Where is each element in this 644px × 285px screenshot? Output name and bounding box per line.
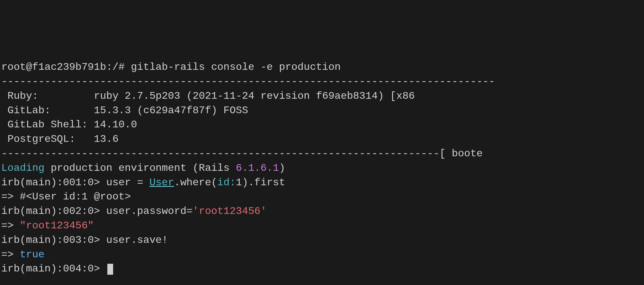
gitlab-label: GitLab: xyxy=(1,105,94,116)
gitlab-value: 15.3.3 (c629a47f87f) FOSS xyxy=(94,105,248,116)
cursor-icon xyxy=(107,264,113,275)
shell-path: :/# xyxy=(106,61,131,73)
shell-value: 14.10.0 xyxy=(94,119,137,131)
irb-prompt-3: irb(main):003:0> xyxy=(1,234,106,246)
irb1-part2: .where( xyxy=(174,177,217,188)
ruby-info-line: Ruby: ruby 2.7.5p203 (2021-11-24 revisio… xyxy=(1,89,644,104)
pg-label: PostgreSQL: xyxy=(1,133,94,145)
result-line-2: => "root123456" xyxy=(1,219,644,233)
irb1-part1: user = xyxy=(106,177,149,188)
irb-prompt-1: irb(main):001:0> xyxy=(1,177,106,188)
ruby-label: Ruby: xyxy=(1,90,94,102)
password-string: 'root123456' xyxy=(192,205,266,217)
irb1-part3: 1).first xyxy=(236,177,285,188)
user-class: User xyxy=(149,177,174,188)
id-key: id: xyxy=(217,177,236,188)
result2-arrow: => xyxy=(1,220,20,232)
result2-string: "root123456" xyxy=(20,220,94,232)
irb-line-1: irb(main):001:0> user = User.where(id:1)… xyxy=(1,176,644,190)
loading-line: Loading production environment (Rails 6.… xyxy=(1,161,644,176)
loading-text-1: production environment (Rails xyxy=(44,162,236,174)
shell-label: GitLab Shell: xyxy=(1,119,94,131)
gitlab-shell-info-line: GitLab Shell: 14.10.0 xyxy=(1,118,644,132)
rails-version: 6.1.6.1 xyxy=(236,162,279,174)
result-line-3: => true xyxy=(1,248,644,262)
terminal-output[interactable]: root@f1ac239b791b:/# gitlab-rails consol… xyxy=(1,60,644,276)
irb-line-3: irb(main):003:0> user.save! xyxy=(1,233,644,248)
shell-prompt-line: root@f1ac239b791b:/# gitlab-rails consol… xyxy=(1,60,644,75)
irb-line-4[interactable]: irb(main):004:0> xyxy=(1,262,644,276)
irb-prompt-2: irb(main):002:0> xyxy=(1,205,106,217)
irb-line-2: irb(main):002:0> user.password='root1234… xyxy=(1,204,644,219)
shell-user-host: root@f1ac239b791b xyxy=(1,61,106,73)
shell-command: gitlab-rails console -e production xyxy=(131,61,341,73)
gitlab-info-line: GitLab: 15.3.3 (c629a47f87f) FOSS xyxy=(1,104,644,118)
divider-bottom: ----------------------------------------… xyxy=(1,147,644,161)
result-line-1: => #<User id:1 @root> xyxy=(1,190,644,204)
ruby-value: ruby 2.7.5p203 (2021-11-24 revision f69a… xyxy=(94,90,415,102)
irb2-part1: user.password= xyxy=(106,205,192,217)
pg-value: 13.6 xyxy=(94,133,119,145)
result3-arrow: => xyxy=(1,249,20,261)
loading-word: Loading xyxy=(1,162,44,174)
loading-text-2: ) xyxy=(279,162,285,174)
irb3-cmd: user.save! xyxy=(106,234,168,246)
postgresql-info-line: PostgreSQL: 13.6 xyxy=(1,132,644,147)
result3-true: true xyxy=(20,249,45,261)
divider-top: ----------------------------------------… xyxy=(1,75,644,89)
irb-prompt-4: irb(main):004:0> xyxy=(1,263,106,275)
